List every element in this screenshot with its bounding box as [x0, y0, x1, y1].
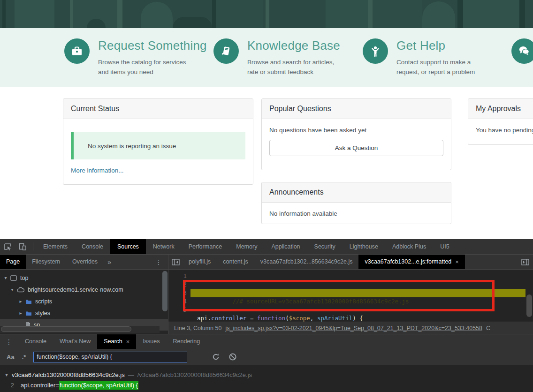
close-tab-icon[interactable]: × [126, 334, 130, 349]
file-tab-content[interactable]: content.js [217, 255, 254, 269]
banner-art-stripe [457, 0, 463, 28]
banner-art-dome [141, 2, 173, 28]
show-debugger-sidebar-icon[interactable] [517, 255, 533, 270]
tab-lighthouse[interactable]: Lighthouse [343, 239, 385, 254]
drawer-tab-label: Search [104, 334, 122, 349]
clear-results-icon[interactable] [228, 353, 237, 361]
launcher-band: Request Something Browse the catalog for… [0, 28, 533, 87]
file-tab-v3caa67[interactable]: v3caa67afcb1302...856634c9c2e.js [254, 255, 359, 269]
navigator-horizontal-scrollbar[interactable] [0, 326, 160, 333]
code-editor[interactable]: 1 2 3 4 5 //# sourceURL=v3caa67afcb13020… [168, 270, 533, 322]
launcher-title[interactable]: Knowledge Base [247, 38, 340, 53]
status-message: No system is reporting an issue [88, 143, 176, 150]
launcher-knowledge-base[interactable]: Knowledge Base Browse and search for art… [213, 38, 340, 77]
code-token: function [257, 315, 285, 322]
code-token: $scope [289, 315, 310, 322]
drawer-tab-console[interactable]: Console [18, 334, 53, 349]
inspect-element-icon[interactable] [0, 239, 15, 255]
code-token: api. [197, 315, 211, 322]
tab-sources[interactable]: Sources [110, 239, 146, 254]
chevron-down-icon[interactable]: ▾ [3, 275, 8, 280]
panel-body: You have no pending a [468, 119, 533, 141]
tab-network[interactable]: Network [146, 239, 182, 254]
file-navigator: ▾ top ▾ brightsourcedemo1.service-now.co… [0, 270, 168, 334]
tree-item-scripts[interactable]: ▸ scripts [0, 295, 168, 307]
drawer-tab-rendering[interactable]: Rendering [167, 334, 207, 349]
line-number: 4 [168, 297, 187, 306]
navigator-tab-page[interactable]: Page [0, 255, 26, 269]
hide-navigator-icon[interactable] [168, 255, 183, 270]
search-result-match-row[interactable]: 2 api.controller=function($scope, spAria… [0, 380, 533, 390]
banner-art-stripe [373, 0, 422, 28]
result-code-prefix: api.controller= [21, 382, 59, 389]
file-tab-polyfill[interactable]: polyfill.js [183, 255, 217, 269]
refresh-icon[interactable] [212, 353, 220, 361]
more-information-link[interactable]: More information... [71, 167, 124, 174]
drawer-menu-icon[interactable]: ⋮ [0, 338, 18, 346]
devtools-panel: Elements Console Sources Network Perform… [0, 239, 533, 392]
banner-art-stripe [212, 0, 216, 28]
drawer-tab-issues[interactable]: Issues [136, 334, 166, 349]
code-area[interactable]: //# sourceURL=v3caa67afcb13020000f8d8566… [190, 270, 525, 322]
tab-application[interactable]: Application [264, 239, 307, 254]
chevron-down-icon[interactable]: ▾ [9, 287, 15, 292]
tab-memory[interactable]: Memory [229, 239, 264, 254]
tab-performance[interactable]: Performance [182, 239, 229, 254]
search-result-file-row[interactable]: ▾ v3caa67afcb13020000f8d856634c9c2e.js —… [0, 369, 533, 380]
launcher-title[interactable]: Request Something [98, 38, 207, 53]
launcher-subtitle-line1: Contact support to make a [396, 59, 471, 66]
launcher-request-something[interactable]: Request Something Browse the catalog for… [64, 38, 207, 77]
source-mapped-file-link[interactable]: js_includes_sp.jsx?v=03-02-2021_0945&lp=… [225, 325, 482, 332]
tree-item-label: styles [35, 310, 50, 317]
banner-art-stripe [519, 0, 525, 28]
banner-art-stripe [368, 0, 373, 28]
tree-item-label: top [20, 275, 28, 281]
scrollbar-thumb[interactable] [526, 294, 532, 317]
tree-item-label: scripts [35, 298, 52, 305]
tab-ui5[interactable]: UI5 [433, 239, 456, 254]
scrollbar-thumb[interactable] [1, 326, 131, 332]
panel-title: Current Status [63, 99, 253, 119]
editor-vertical-scrollbar[interactable] [525, 270, 533, 322]
drawer-tab-search[interactable]: Search × [97, 334, 136, 349]
status-success-alert: No system is reporting an issue [71, 132, 245, 159]
cursor-position: Line 3, Column 50 [174, 325, 221, 332]
launcher-title[interactable]: Get Help [396, 38, 475, 53]
result-line-number: 2 [0, 382, 14, 389]
file-tab-formatted[interactable]: v3caa67afcb1302...e.js:formatted × [358, 255, 464, 269]
tree-item-styles[interactable]: ▸ styles [0, 307, 168, 319]
tree-item-domain[interactable]: ▾ brightsourcedemo1.service-now.com [0, 284, 168, 295]
navigator-tab-bar: Page Filesystem Overrides » ⋮ [0, 255, 168, 270]
tree-item-top[interactable]: ▾ top [0, 272, 168, 284]
tab-console[interactable]: Console [75, 239, 110, 254]
navigator-vertical-scrollbar[interactable] [162, 271, 168, 311]
line-number: 5 [168, 306, 187, 314]
search-input[interactable] [33, 352, 187, 362]
tab-adblock-plus[interactable]: Adblock Plus [385, 239, 433, 254]
launcher-community[interactable] [511, 38, 533, 64]
navigator-menu-icon[interactable]: ⋮ [150, 258, 168, 266]
match-case-toggle[interactable]: Aa [7, 354, 15, 361]
banner-art-dome [422, 1, 455, 28]
my-approvals-panel: My Approvals You have no pending a [468, 98, 533, 145]
close-tab-icon[interactable]: × [455, 255, 459, 269]
frame-icon [10, 275, 17, 281]
code-token: = [246, 315, 257, 322]
panel-title: Announcements [262, 182, 451, 203]
launcher-get-help[interactable]: Get Help Contact support to make a reque… [363, 38, 475, 77]
navigator-tab-filesystem[interactable]: Filesystem [26, 255, 66, 269]
chevron-right-icon[interactable]: ▸ [18, 310, 23, 316]
device-toolbar-icon[interactable] [15, 239, 30, 255]
tab-security[interactable]: Security [307, 239, 343, 254]
chevron-right-icon[interactable]: ▸ [18, 299, 23, 304]
launcher-subtitle: Contact support to make a request, or re… [396, 57, 475, 77]
tab-elements[interactable]: Elements [36, 239, 75, 254]
ask-a-question-button[interactable]: Ask a Question [269, 140, 443, 156]
person-icon [363, 38, 388, 64]
navigator-tab-overrides[interactable]: Overrides [66, 255, 104, 269]
drawer-tab-whats-new[interactable]: What's New [53, 334, 97, 349]
chevron-down-icon[interactable]: ▾ [4, 372, 9, 377]
more-tabs-icon[interactable]: » [104, 258, 115, 266]
regex-toggle[interactable]: .* [22, 354, 26, 361]
result-code: api.controller=function($scope, spAriaUt… [21, 382, 138, 389]
